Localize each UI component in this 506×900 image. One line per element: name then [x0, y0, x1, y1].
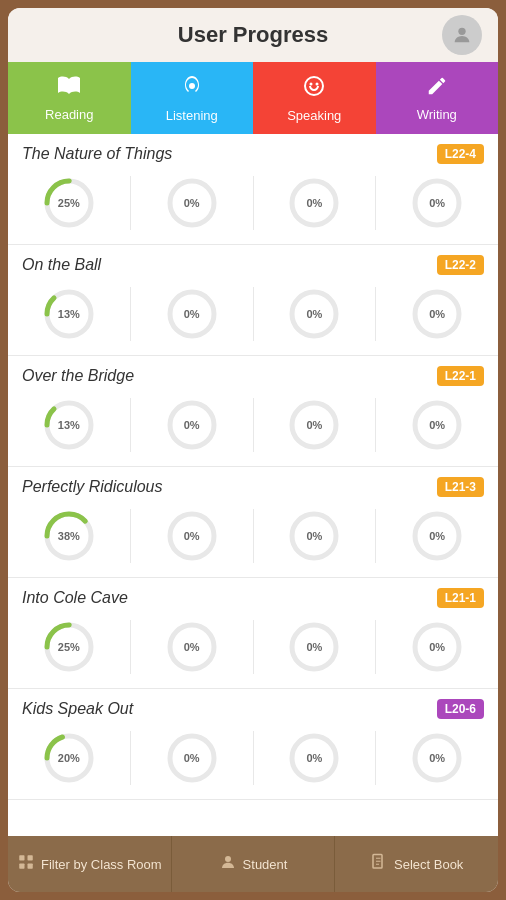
book-title: The Nature of Things	[22, 145, 172, 163]
progress-percent: 38%	[58, 530, 80, 542]
progress-percent: 0%	[306, 419, 322, 431]
progress-circle: 0%	[410, 509, 464, 563]
book-item: Kids Speak OutL20-6 20% 0% 0% 0%	[8, 689, 498, 800]
progress-cell: 0%	[376, 509, 498, 563]
book-level: L22-2	[437, 255, 484, 275]
progress-cell: 0%	[131, 620, 254, 674]
book-item: Perfectly RidiculousL21-3 38% 0% 0%	[8, 467, 498, 578]
progress-percent: 13%	[58, 308, 80, 320]
writing-icon	[426, 75, 448, 103]
book-level: L21-3	[437, 477, 484, 497]
progress-circle: 0%	[287, 509, 341, 563]
filter-icon	[17, 853, 35, 876]
progress-percent: 0%	[184, 308, 200, 320]
progress-circle: 25%	[42, 620, 96, 674]
progress-cell: 0%	[376, 176, 498, 230]
book-header: Into Cole CaveL21-1	[8, 578, 498, 614]
progress-percent: 0%	[184, 197, 200, 209]
progress-circle: 0%	[410, 398, 464, 452]
tab-writing[interactable]: Writing	[376, 62, 499, 134]
progress-cell: 0%	[254, 620, 377, 674]
progress-cell: 0%	[131, 398, 254, 452]
progress-circle: 20%	[42, 731, 96, 785]
progress-cell: 0%	[254, 287, 377, 341]
progress-row: 25% 0% 0% 0%	[8, 614, 498, 688]
progress-cell: 0%	[254, 509, 377, 563]
progress-cell: 0%	[376, 398, 498, 452]
progress-percent: 0%	[306, 530, 322, 542]
speaking-icon	[302, 74, 326, 104]
progress-percent: 0%	[184, 752, 200, 764]
progress-percent: 0%	[184, 641, 200, 653]
progress-percent: 0%	[429, 641, 445, 653]
progress-row: 25% 0% 0% 0%	[8, 170, 498, 244]
progress-percent: 0%	[429, 752, 445, 764]
svg-rect-54	[28, 855, 33, 860]
progress-row: 38% 0% 0% 0%	[8, 503, 498, 577]
svg-rect-53	[19, 855, 24, 860]
progress-circle: 38%	[42, 509, 96, 563]
svg-point-57	[225, 856, 231, 862]
progress-percent: 0%	[429, 530, 445, 542]
progress-circle: 0%	[165, 509, 219, 563]
progress-percent: 0%	[429, 419, 445, 431]
progress-cell: 0%	[254, 398, 377, 452]
progress-circle: 0%	[410, 731, 464, 785]
page-title: User Progress	[178, 22, 328, 48]
progress-circle: 25%	[42, 176, 96, 230]
tab-listening-label: Listening	[166, 108, 218, 123]
progress-row: 13% 0% 0% 0%	[8, 281, 498, 355]
progress-percent: 0%	[306, 641, 322, 653]
book-item: Into Cole CaveL21-1 25% 0% 0% 0%	[8, 578, 498, 689]
book-level: L21-1	[437, 588, 484, 608]
book-header: The Nature of ThingsL22-4	[8, 134, 498, 170]
tab-speaking[interactable]: Speaking	[253, 62, 376, 134]
tab-listening[interactable]: Listening	[131, 62, 254, 134]
progress-circle: 0%	[165, 620, 219, 674]
book-title: On the Ball	[22, 256, 101, 274]
progress-row: 13% 0% 0% 0%	[8, 392, 498, 466]
progress-circle: 0%	[410, 287, 464, 341]
progress-circle: 0%	[165, 398, 219, 452]
filter-by-classroom-button[interactable]: Filter by Class Room	[8, 836, 172, 892]
content-area: The Nature of ThingsL22-4 25% 0% 0%	[8, 134, 498, 836]
svg-rect-55	[19, 863, 24, 868]
progress-circle: 0%	[165, 176, 219, 230]
progress-circle: 13%	[42, 287, 96, 341]
progress-percent: 25%	[58, 641, 80, 653]
progress-percent: 13%	[58, 419, 80, 431]
book-header: Over the BridgeL22-1	[8, 356, 498, 392]
progress-circle: 0%	[410, 620, 464, 674]
book-header: Kids Speak OutL20-6	[8, 689, 498, 725]
avatar[interactable]	[442, 15, 482, 55]
progress-cell: 0%	[131, 731, 254, 785]
progress-cell: 0%	[376, 731, 498, 785]
select-book-label: Select Book	[394, 857, 463, 872]
progress-percent: 20%	[58, 752, 80, 764]
book-title: Into Cole Cave	[22, 589, 128, 607]
listening-icon	[180, 74, 204, 104]
svg-point-4	[316, 82, 319, 85]
progress-cell: 38%	[8, 509, 131, 563]
progress-circle: 0%	[287, 176, 341, 230]
progress-circle: 0%	[410, 176, 464, 230]
book-item: Over the BridgeL22-1 13% 0% 0% 0%	[8, 356, 498, 467]
book-title: Over the Bridge	[22, 367, 134, 385]
select-book-button[interactable]: Select Book	[335, 836, 498, 892]
progress-cell: 0%	[131, 509, 254, 563]
progress-cell: 25%	[8, 176, 131, 230]
progress-percent: 0%	[306, 308, 322, 320]
student-button[interactable]: Student	[172, 836, 336, 892]
progress-percent: 0%	[184, 419, 200, 431]
book-header: On the BallL22-2	[8, 245, 498, 281]
tab-reading[interactable]: Reading	[8, 62, 131, 134]
tab-writing-label: Writing	[417, 107, 457, 122]
book-item: The Nature of ThingsL22-4 25% 0% 0%	[8, 134, 498, 245]
tab-reading-label: Reading	[45, 107, 93, 122]
progress-cell: 0%	[131, 176, 254, 230]
svg-point-0	[458, 28, 465, 35]
progress-percent: 0%	[306, 752, 322, 764]
bottom-bar: Filter by Class Room Student Select Book	[8, 836, 498, 892]
book-level: L20-6	[437, 699, 484, 719]
progress-cell: 0%	[254, 176, 377, 230]
